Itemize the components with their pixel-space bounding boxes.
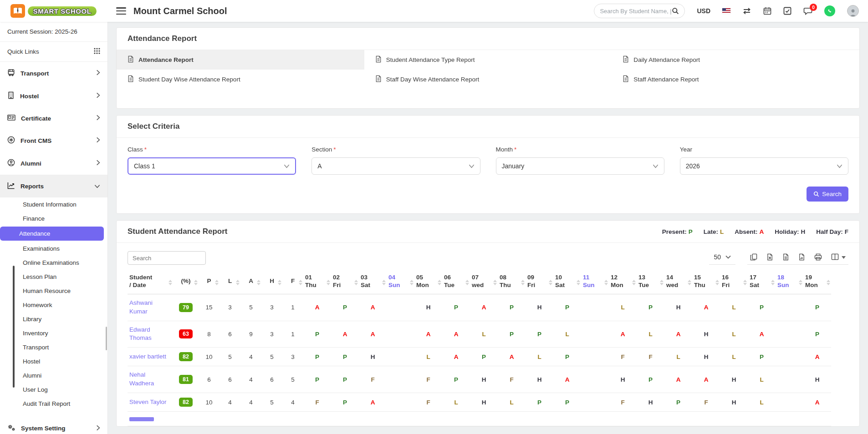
search-icon[interactable] xyxy=(672,7,679,15)
col-header-day-06[interactable]: 06Tue xyxy=(442,271,470,294)
sort-arrows-icon[interactable] xyxy=(549,280,552,285)
sort-arrows-icon[interactable] xyxy=(278,280,281,285)
col-header-day-07[interactable]: 07wed xyxy=(470,271,498,294)
select-month[interactable]: January xyxy=(496,157,664,175)
sidebar-item-reports[interactable]: Reports xyxy=(0,175,107,197)
calendar-icon[interactable] xyxy=(763,7,771,15)
col-header-day-01[interactable]: 01Thu xyxy=(303,271,331,294)
sidebar-subitem-student-information[interactable]: Student Information xyxy=(0,197,107,212)
search-button[interactable]: Search xyxy=(807,187,848,202)
col-header-day-18[interactable]: 18Sun xyxy=(776,271,803,294)
sidebar-item-system-setting[interactable]: System Setting xyxy=(0,417,107,434)
sort-arrows-icon[interactable] xyxy=(799,280,802,285)
sidebar-subitem-human-resource[interactable]: Human Resource xyxy=(0,284,107,298)
col-header-day-13[interactable]: 13Tue xyxy=(637,271,664,294)
report-tab-student-attendance-type-report[interactable]: Student Attendance Type Report xyxy=(364,50,612,70)
sort-arrows-icon[interactable] xyxy=(194,280,198,285)
sort-arrows-icon[interactable] xyxy=(215,280,219,285)
col-header-f[interactable]: F xyxy=(282,271,303,294)
swap-arrows-icon[interactable] xyxy=(742,7,751,15)
currency-selector[interactable]: USD xyxy=(697,7,710,15)
sort-arrows-icon[interactable] xyxy=(168,280,172,285)
col-header-day-15[interactable]: 15Thu xyxy=(692,271,720,294)
task-check-icon[interactable] xyxy=(783,7,791,15)
sidebar-subitem-library[interactable]: Library xyxy=(0,312,107,326)
sidebar-item-hostel[interactable]: Hostel xyxy=(0,85,107,107)
col-header-h[interactable]: H xyxy=(261,271,282,294)
whatsapp-icon[interactable] xyxy=(824,5,835,16)
select-section[interactable]: A xyxy=(311,157,480,175)
report-tab-staff-attendance-report[interactable]: Staff Attendance Report xyxy=(612,70,859,89)
col-header-p[interactable]: P xyxy=(199,271,220,294)
sort-arrows-icon[interactable] xyxy=(771,280,775,285)
col-header-day-11[interactable]: 11Sun xyxy=(581,271,609,294)
col-header-day-19[interactable]: 19Mon xyxy=(803,271,831,294)
col-header-day-17[interactable]: 17Sat xyxy=(748,271,776,294)
col-header-day-08[interactable]: 08Thu xyxy=(498,271,526,294)
sort-arrows-icon[interactable] xyxy=(299,280,302,285)
sidebar-item-transport[interactable]: Transport xyxy=(0,62,107,85)
sort-arrows-icon[interactable] xyxy=(715,280,719,285)
sidebar-toggle-button[interactable] xyxy=(116,7,126,15)
select-class[interactable]: Class 1 xyxy=(128,157,296,175)
sort-arrows-icon[interactable] xyxy=(438,280,441,285)
copy-icon[interactable] xyxy=(750,253,757,261)
student-name-link[interactable]: Ashwani Kumar xyxy=(129,299,171,316)
sort-arrows-icon[interactable] xyxy=(257,280,260,285)
sort-arrows-icon[interactable] xyxy=(327,280,330,285)
report-tab-daily-attendance-report[interactable]: Daily Attendance Report xyxy=(612,50,859,70)
csv-icon[interactable] xyxy=(782,253,789,261)
sidebar-subitem-lesson-plan[interactable]: Lesson Plan xyxy=(0,270,107,284)
sidebar-subitem-user-log[interactable]: User Log xyxy=(0,383,107,397)
student-name-link[interactable]: Steven Taylor xyxy=(129,398,167,407)
sidebar-subitem-transport[interactable]: Transport xyxy=(0,340,107,354)
sort-arrows-icon[interactable] xyxy=(688,280,691,285)
quick-links[interactable]: Quick Links xyxy=(0,42,107,62)
app-logo[interactable]: SMART SCHOOL xyxy=(0,0,108,22)
sidebar-subitem-finance[interactable]: Finance xyxy=(0,212,107,226)
user-avatar[interactable] xyxy=(847,5,859,17)
sort-arrows-icon[interactable] xyxy=(827,280,830,285)
table-search-input[interactable] xyxy=(128,251,206,265)
language-flag-icon[interactable] xyxy=(722,8,730,14)
sidebar-subitem-audit-trail-report[interactable]: Audit Trail Report xyxy=(0,397,107,411)
sort-arrows-icon[interactable] xyxy=(660,280,664,285)
messages-icon[interactable]: 0 xyxy=(803,7,812,15)
col-header-day-03[interactable]: 03Sat xyxy=(359,271,387,294)
col-header-day-14[interactable]: 14wed xyxy=(664,271,692,294)
pdf-icon[interactable] xyxy=(798,253,805,261)
report-tab-student-day-wise-attendance-report[interactable]: Student Day Wise Attendance Report xyxy=(117,70,364,89)
select-year[interactable]: 2026 xyxy=(680,157,848,175)
sidebar-subitem-attendance[interactable]: Attendance xyxy=(0,227,104,241)
sidebar-item-front-cms[interactable]: Front CMS xyxy=(0,129,107,152)
sort-arrows-icon[interactable] xyxy=(236,280,240,285)
report-tab-attendance-report[interactable]: Attendance Report xyxy=(117,50,364,70)
columns-icon[interactable] xyxy=(831,253,846,260)
sort-arrows-icon[interactable] xyxy=(743,280,747,285)
col-header-day-02[interactable]: 02Fri xyxy=(331,271,359,294)
grid-icon[interactable] xyxy=(94,48,100,56)
col-header-a[interactable]: A xyxy=(240,271,261,294)
student-name-link[interactable]: Nehal Wadhera xyxy=(129,371,171,388)
col-header-day-09[interactable]: 09Fri xyxy=(526,271,553,294)
sidebar-scrollbar[interactable] xyxy=(106,327,107,350)
sort-arrows-icon[interactable] xyxy=(465,280,469,285)
sort-arrows-icon[interactable] xyxy=(410,280,414,285)
col-header-day-10[interactable]: 10Sat xyxy=(553,271,581,294)
print-icon[interactable] xyxy=(814,253,822,261)
sort-arrows-icon[interactable] xyxy=(632,280,636,285)
sort-arrows-icon[interactable] xyxy=(521,280,525,285)
page-size-select[interactable]: 50 xyxy=(709,252,735,265)
sidebar-subitem-hostel[interactable]: Hostel xyxy=(0,354,107,368)
sort-arrows-icon[interactable] xyxy=(577,280,580,285)
col-header-l[interactable]: L xyxy=(220,271,240,294)
sort-arrows-icon[interactable] xyxy=(493,280,497,285)
col-header-day-16[interactable]: 16Fri xyxy=(720,271,748,294)
report-tab-staff-day-wise-attendance-report[interactable]: Staff Day Wise Attendance Report xyxy=(364,70,612,89)
sidebar-item-alumni[interactable]: Alumni xyxy=(0,152,107,175)
col-header-day-04[interactable]: 04Sun xyxy=(387,271,414,294)
excel-icon[interactable] xyxy=(766,253,773,261)
sidebar-subitem-inventory[interactable]: Inventory xyxy=(0,326,107,340)
page-left-scrollbar[interactable] xyxy=(13,266,15,388)
col-header-day-12[interactable]: 12Mon xyxy=(609,271,637,294)
